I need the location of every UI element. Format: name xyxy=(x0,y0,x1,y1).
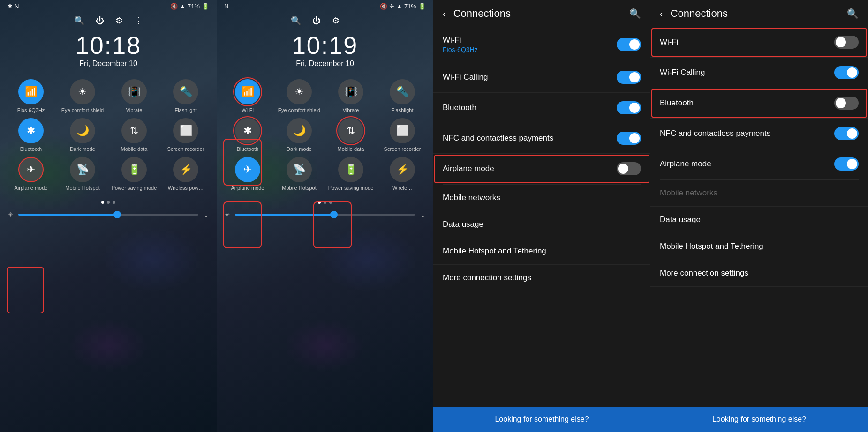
bluetooth-toggle-4[interactable] xyxy=(834,97,859,110)
bluetooth-status-icon: ✱ xyxy=(8,3,13,10)
brightness-track-2[interactable] xyxy=(235,214,415,216)
qs-vibrate-2[interactable]: 📳 Vibrate xyxy=(327,79,374,113)
time-display-1: 10:18 Fri, December 10 xyxy=(0,30,217,75)
brightness-track-1[interactable] xyxy=(18,214,198,216)
qs-flashlight-2[interactable]: 🔦 Flashlight xyxy=(379,79,426,113)
qs-darkmode-1[interactable]: 🌙 Dark mode xyxy=(59,118,106,152)
qs-mobiledata-1[interactable]: ⇅ Mobile data xyxy=(111,118,158,152)
nfc-toggle-4[interactable] xyxy=(834,127,859,140)
wifi-toggle-3[interactable] xyxy=(617,38,641,51)
settings-footer-3[interactable]: Looking for something else? xyxy=(433,407,650,432)
nfc-toggle-3[interactable] xyxy=(617,132,641,145)
settings-item-wifi-3[interactable]: Wi-Fi Fios-6Q3Hz xyxy=(433,27,650,62)
qs-airplane-1[interactable]: ✈ Airplane mode xyxy=(8,157,54,191)
settings-item-datausage-4[interactable]: Data usage xyxy=(650,207,868,233)
settings-title-4: Connections xyxy=(671,7,839,20)
qs-wifi-1[interactable]: 📶 Fios-6Q3Hz xyxy=(8,79,54,113)
settings-title-3: Connections xyxy=(453,7,622,20)
airplane-toggle-3[interactable] xyxy=(617,162,641,175)
qs-hotspot-2[interactable]: 📡 Mobile Hotspot xyxy=(276,157,323,191)
brightness-thumb-1[interactable] xyxy=(113,211,121,218)
settings-item-moreconnections-3[interactable]: More connection settings xyxy=(433,265,650,291)
qs-mobiledata-label-2: Mobile data xyxy=(338,146,364,152)
qs-screenrecorder-1[interactable]: ⬜ Screen recorder xyxy=(162,118,209,152)
more-icon-qs1[interactable]: ⋮ xyxy=(134,15,143,26)
status-bar-2: N 🔇 ✈ ▲ 71% 🔋 xyxy=(217,0,433,12)
settings-list-4: Wi-Fi Wi-Fi Calling Bluetooth xyxy=(650,27,868,407)
qs-airplane-2[interactable]: ✈ Airplane mode xyxy=(224,157,271,191)
qs-hotspot-icon-2: 📡 xyxy=(287,157,312,182)
qs-powersaving-label-1: Power saving mode xyxy=(112,185,157,191)
back-button-4[interactable]: ‹ xyxy=(660,8,663,19)
brightness-bar-2[interactable]: ☀ ⌄ xyxy=(217,208,433,222)
wificalling-toggle-3[interactable] xyxy=(617,71,641,84)
settings-item-wifi-4[interactable]: Wi-Fi xyxy=(650,27,868,58)
qs-flashlight-1[interactable]: 🔦 Flashlight xyxy=(162,79,209,113)
battery-icon-2: 🔋 xyxy=(418,3,426,10)
settings-item-moreconnections-label-4: More connection settings xyxy=(660,268,748,278)
expand-icon-2[interactable]: ⌄ xyxy=(420,210,426,219)
power-icon-qs1[interactable]: ⏻ xyxy=(96,16,104,26)
settings-icon-qs1[interactable]: ⚙ xyxy=(115,15,123,26)
power-icon-qs2[interactable]: ⏻ xyxy=(312,16,321,26)
settings-item-nfc-3[interactable]: NFC and contactless payments xyxy=(433,123,650,154)
back-button-3[interactable]: ‹ xyxy=(443,8,446,19)
brightness-low-icon-1: ☀ xyxy=(8,211,14,218)
search-button-4[interactable]: 🔍 xyxy=(847,8,859,19)
settings-item-wificalling-4[interactable]: Wi-Fi Calling xyxy=(650,58,868,88)
bluetooth-toggle-3[interactable] xyxy=(617,101,641,114)
settings-item-airplane-4[interactable]: Airplane mode xyxy=(650,149,868,179)
settings-item-moreconnections-4[interactable]: More connection settings xyxy=(650,260,868,287)
qs-wifi-2[interactable]: 📶 Wi-Fi xyxy=(224,79,271,113)
qs-eyecomfort-1[interactable]: ☀ Eye comfort shield xyxy=(59,79,106,113)
signal-icon-1: ▲ xyxy=(180,3,186,10)
settings-item-mobilenetworks-3[interactable]: Mobile networks xyxy=(433,185,650,211)
settings-item-wifi-sub-3: Fios-6Q3Hz xyxy=(443,46,478,53)
wificalling-toggle-knob-3 xyxy=(629,72,640,82)
qs-wirelesspow-2[interactable]: ⚡ Wirele… xyxy=(379,157,426,191)
settings-item-airplane-3[interactable]: Airplane mode xyxy=(433,154,650,184)
settings-item-airplane-label-4: Airplane mode xyxy=(660,159,711,169)
expand-icon-1[interactable]: ⌄ xyxy=(203,210,209,219)
qs-hotspot-1[interactable]: 📡 Mobile Hotspot xyxy=(59,157,106,191)
qs-screenrecorder-2[interactable]: ⬜ Screen recorder xyxy=(379,118,426,152)
wifi-toggle-4[interactable] xyxy=(834,36,859,49)
settings-item-wificalling-label-4: Wi-Fi Calling xyxy=(660,68,705,77)
nfc-toggle-knob-3 xyxy=(629,133,640,143)
settings-item-nfc-label-4: NFC and contactless payments xyxy=(660,129,770,138)
wificalling-toggle-4[interactable] xyxy=(834,66,859,79)
qs-eyecomfort-2[interactable]: ☀ Eye comfort shield xyxy=(276,79,323,113)
settings-item-bluetooth-3[interactable]: Bluetooth xyxy=(433,93,650,123)
settings-item-wifi-label-3: Wi-Fi xyxy=(443,36,478,45)
settings-item-nfc-4[interactable]: NFC and contactless payments xyxy=(650,119,868,149)
qs-powersaving-2[interactable]: 🔋 Power saving mode xyxy=(327,157,374,191)
qs-bluetooth-2[interactable]: ✱ Bluetooth xyxy=(224,118,271,152)
settings-item-hotspot-label-3: Mobile Hotspot and Tethering xyxy=(443,246,546,256)
settings-item-hotspot-3[interactable]: Mobile Hotspot and Tethering xyxy=(433,238,650,265)
qs-bluetooth-1[interactable]: ✱ Bluetooth xyxy=(8,118,54,152)
qs-wirelesspow-1[interactable]: ⚡ Wireless pow… xyxy=(162,157,209,191)
settings-footer-4[interactable]: Looking for something else? xyxy=(650,407,868,432)
settings-item-wificalling-3[interactable]: Wi-Fi Calling xyxy=(433,62,650,93)
qs-mobiledata-2[interactable]: ⇅ Mobile data xyxy=(327,118,374,152)
settings-item-datausage-3[interactable]: Data usage xyxy=(433,211,650,238)
settings-icon-qs2[interactable]: ⚙ xyxy=(332,15,340,26)
brightness-thumb-2[interactable] xyxy=(330,211,338,218)
qs-eyecomfort-label-2: Eye comfort shield xyxy=(278,107,320,113)
search-button-3[interactable]: 🔍 xyxy=(629,8,641,19)
qs-vibrate-1[interactable]: 📳 Vibrate xyxy=(111,79,158,113)
brightness-bar-1[interactable]: ☀ ⌄ xyxy=(0,208,217,222)
date-1: Fri, December 10 xyxy=(0,60,217,68)
settings-item-hotspot-4[interactable]: Mobile Hotspot and Tethering xyxy=(650,233,868,260)
wifi-toggle-knob-4 xyxy=(836,37,846,47)
more-icon-qs2[interactable]: ⋮ xyxy=(351,15,359,26)
airplane-toggle-4[interactable] xyxy=(834,157,859,171)
brightness-fill-1 xyxy=(18,214,117,216)
search-icon-qs1[interactable]: 🔍 xyxy=(74,15,84,26)
qs-powersaving-1[interactable]: 🔋 Power saving mode xyxy=(111,157,158,191)
qs-flashlight-icon-1: 🔦 xyxy=(173,79,198,104)
qs-darkmode-2[interactable]: 🌙 Dark mode xyxy=(276,118,323,152)
settings-item-bluetooth-4[interactable]: Bluetooth xyxy=(650,88,868,119)
search-icon-qs2[interactable]: 🔍 xyxy=(291,15,301,26)
page-dots-2 xyxy=(217,195,433,208)
